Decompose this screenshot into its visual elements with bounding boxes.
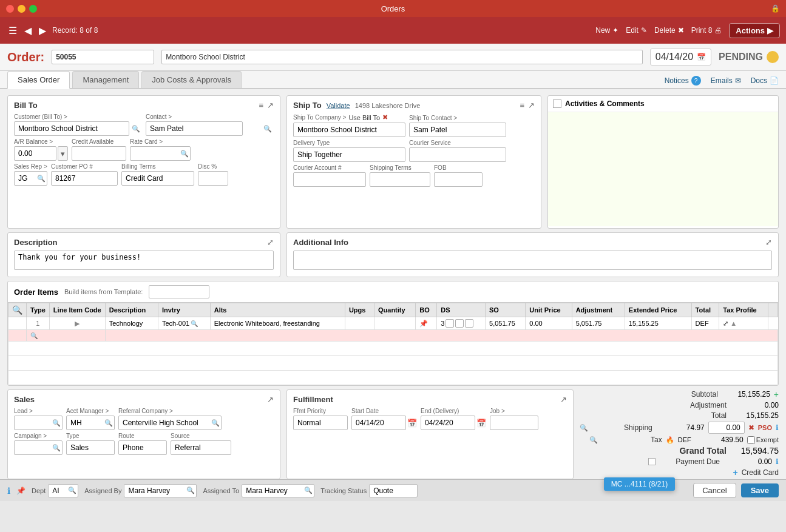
ds-checkbox[interactable] <box>455 319 464 328</box>
lead-search-icon[interactable]: 🔍 <box>52 419 61 427</box>
order-items-header: Order Items Build items from Template: <box>8 281 778 303</box>
end-date-calendar[interactable]: 📅 <box>476 419 486 428</box>
validate-link[interactable]: Validate <box>327 102 350 109</box>
bill-to-arrow-icon[interactable]: ↗ <box>267 101 274 110</box>
campaign-search-icon[interactable]: 🔍 <box>52 444 61 452</box>
tracking-input[interactable] <box>369 484 418 497</box>
assigned-to-search-icon[interactable]: 🔍 <box>304 487 313 494</box>
shipping-terms-input[interactable] <box>370 172 430 187</box>
delete-button[interactable]: Delete ✖ <box>654 26 684 35</box>
source-input[interactable] <box>171 440 231 455</box>
customer-input[interactable] <box>14 121 129 136</box>
template-input[interactable] <box>149 285 209 298</box>
shipping-x-icon[interactable]: ✖ <box>748 423 754 432</box>
billing-terms-input[interactable] <box>121 171 194 186</box>
line-code-search[interactable]: 🔍 <box>191 320 198 327</box>
disc-input[interactable] <box>198 171 228 186</box>
add-row-icon[interactable]: 🔍 <box>12 305 22 315</box>
job-input[interactable] <box>490 416 538 430</box>
emails-link[interactable]: Emails ✉ <box>711 76 741 85</box>
nav-menu-button[interactable]: ☰ <box>6 24 19 38</box>
so-checkbox[interactable] <box>465 319 473 328</box>
assigned-to-input[interactable] <box>242 484 314 497</box>
ar-expand-icon[interactable]: ▾ <box>58 146 68 161</box>
activities-checkbox[interactable] <box>553 99 561 108</box>
credit-available-input[interactable] <box>72 146 126 161</box>
route-input[interactable] <box>118 440 167 455</box>
subtotal-green-icon[interactable]: + <box>774 389 779 399</box>
sales-rep-search-icon[interactable]: 🔍 <box>37 175 46 183</box>
row-scroll-up[interactable]: ▲ <box>730 320 737 327</box>
referral-company-search-icon[interactable]: 🔍 <box>211 419 220 427</box>
dept-search-icon[interactable]: 🔍 <box>68 487 76 494</box>
notices-link[interactable]: Notices ? <box>665 76 701 86</box>
assigned-by-search-icon[interactable]: 🔍 <box>186 487 195 494</box>
pso-info-icon[interactable]: ℹ <box>776 423 779 432</box>
tax-search-icon[interactable]: 🔍 <box>589 436 598 444</box>
description-input[interactable]: Thank you for your business! <box>14 251 274 270</box>
sales-expand-icon[interactable]: ↗ <box>267 395 274 404</box>
edit-button[interactable]: Edit ✎ <box>626 26 647 35</box>
bo-checkbox[interactable] <box>446 319 454 328</box>
courier-service-input[interactable] <box>409 147 506 162</box>
calendar-icon[interactable]: 📅 <box>697 53 706 61</box>
order-number-field[interactable] <box>52 50 154 64</box>
additional-info-expand-icon[interactable]: ⤢ <box>765 238 772 247</box>
fob-input[interactable] <box>434 172 483 187</box>
shipping-input[interactable] <box>708 422 745 434</box>
row-alts-cell <box>374 317 415 330</box>
docs-link[interactable]: Docs 📄 <box>751 76 779 85</box>
bill-to-list-icon[interactable]: ≡ <box>259 101 263 110</box>
payment-checkbox[interactable] <box>648 458 656 465</box>
description-expand-icon[interactable]: ⤢ <box>267 238 274 247</box>
fulfillment-expand-icon[interactable]: ↗ <box>560 395 567 404</box>
ship-contact-input[interactable] <box>409 123 506 137</box>
save-button[interactable]: Save <box>741 483 779 497</box>
payment-info-icon[interactable]: ℹ <box>776 457 779 466</box>
close-button[interactable] <box>6 5 14 13</box>
rate-card-search-icon[interactable]: 🔍 <box>180 150 189 158</box>
print-button[interactable]: Print 8 🖨 <box>691 26 722 35</box>
mc-dropdown[interactable]: MC ...4111 (8/21) <box>604 477 675 491</box>
nav-forward-button[interactable]: ▶ <box>36 24 49 38</box>
use-bill-label: Use Bill To <box>348 114 380 121</box>
minimize-button[interactable] <box>18 5 25 13</box>
credit-card-plus-icon[interactable]: + <box>733 468 737 477</box>
tab-job-costs[interactable]: Job Costs & Approvals <box>141 71 242 88</box>
cancel-button[interactable]: Cancel <box>693 483 736 498</box>
notices-badge: ? <box>691 76 701 86</box>
actions-button[interactable]: Actions ▶ <box>729 23 780 38</box>
referral-company-input[interactable] <box>118 416 222 430</box>
maximize-button[interactable] <box>29 5 37 13</box>
start-date-calendar[interactable]: 📅 <box>407 419 417 428</box>
priority-input[interactable] <box>293 416 348 430</box>
end-date-input[interactable] <box>421 416 475 430</box>
contact-input[interactable] <box>146 121 243 136</box>
nav-back-button[interactable]: ◀ <box>22 24 34 38</box>
type-input[interactable] <box>66 440 115 455</box>
tab-management[interactable]: Management <box>72 71 139 88</box>
fulfillment-title: Fulfillment <box>293 395 333 404</box>
assigned-by-input[interactable] <box>124 484 197 497</box>
ship-to-arrow-icon[interactable]: ↗ <box>528 101 535 110</box>
ar-balance-input[interactable] <box>14 146 56 161</box>
row-expand-button[interactable]: ⤢ <box>723 320 728 328</box>
ship-to-list-icon[interactable]: ≡ <box>520 101 524 110</box>
shipping-search-icon[interactable]: 🔍 <box>580 424 588 432</box>
pink-search-icon[interactable]: 🔍 <box>30 332 38 339</box>
acct-manager-search-icon[interactable]: 🔍 <box>104 419 113 427</box>
delivery-type-input[interactable] <box>293 147 405 162</box>
tab-sales-order[interactable]: Sales Order <box>7 71 70 89</box>
start-date-input[interactable] <box>351 416 406 430</box>
courier-account-input[interactable] <box>293 172 366 187</box>
customer-search-icon[interactable]: 🔍 <box>132 125 140 133</box>
contact-search-icon[interactable]: 🔍 <box>263 125 272 133</box>
ship-company-input[interactable] <box>293 123 405 137</box>
additional-info-input[interactable] <box>293 251 772 270</box>
use-bill-x[interactable]: ✖ <box>382 113 388 121</box>
shipping-row: 🔍 Shipping 74.97 ✖ PSO ℹ <box>580 422 779 434</box>
customer-po-input[interactable] <box>51 171 118 186</box>
new-button[interactable]: New ✦ <box>595 26 618 35</box>
order-company-field[interactable] <box>161 50 643 64</box>
exempt-checkbox[interactable] <box>747 436 755 444</box>
